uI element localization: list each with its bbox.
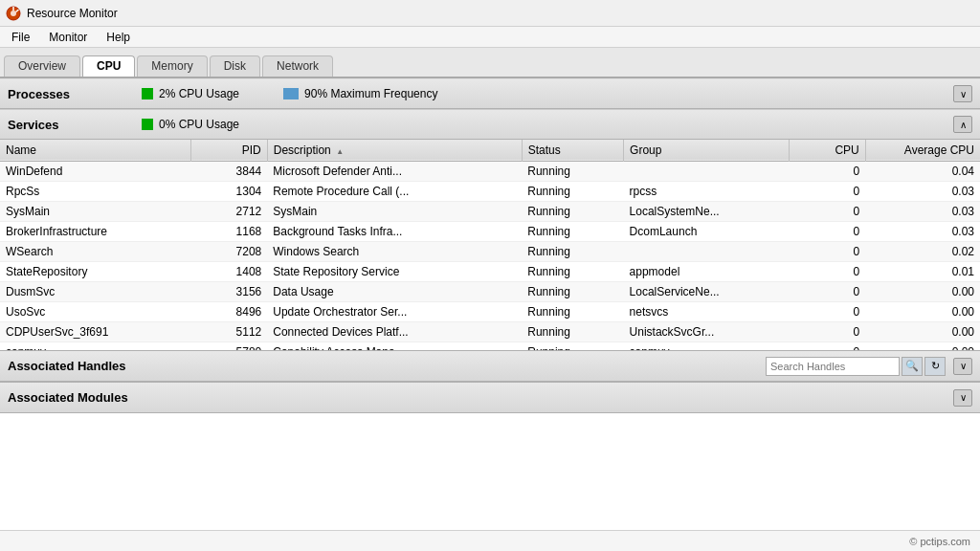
table-row[interactable]: UsoSvc 8496 Update Orchestrator Ser... R… [0,301,980,321]
table-row[interactable]: CDPUserSvc_3f691 5112 Connected Devices … [0,321,980,342]
processes-section-header[interactable]: Processes 2% CPU Usage 90% Maximum Frequ… [0,78,980,109]
cell-cpu: 0 [789,181,865,201]
footer-text: © pctips.com [909,536,970,547]
menu-help[interactable]: Help [99,30,138,45]
table-row[interactable]: StateRepository 1408 State Repository Se… [0,261,980,281]
services-section-header[interactable]: Services 0% CPU Usage ∧ [0,109,980,140]
cell-cpu: 0 [789,201,865,221]
cell-description: SysMain [267,201,522,221]
cell-avgcpu: 0.03 [865,201,980,221]
cell-cpu: 0 [789,301,865,321]
table-row[interactable]: capmuv 5780 Capability Access Mana... Ru… [0,342,980,350]
table-header-row: Name PID Description ▲ Status Group CPU … [0,140,980,161]
cell-cpu: 0 [789,221,865,241]
col-header-cpu[interactable]: CPU [789,140,865,161]
cell-pid: 7208 [190,241,267,261]
cell-cpu: 0 [789,241,865,261]
col-header-avgcpu[interactable]: Average CPU [865,140,980,161]
menu-monitor[interactable]: Monitor [41,30,95,45]
associated-modules-title: Associated Modules [8,390,142,405]
title-bar-text: Resource Monitor [27,7,118,20]
associated-modules-section: Associated Modules ∨ [0,382,980,413]
table-row[interactable]: RpcSs 1304 Remote Procedure Call (... Ru… [0,181,980,201]
processes-freq: 90% Maximum Frequency [304,87,437,100]
services-cpu-usage: 0% CPU Usage [159,118,239,131]
cell-pid: 3156 [190,281,267,301]
table-row[interactable]: SysMain 2712 SysMain Running LocalSystem… [0,201,980,221]
table-row[interactable]: WinDefend 3844 Microsoft Defender Anti..… [0,161,980,181]
search-handles-group: 🔍 ↻ [766,357,946,376]
cell-name: UsoSvc [0,301,190,321]
services-table: Name PID Description ▲ Status Group CPU … [0,140,980,350]
col-header-group[interactable]: Group [624,140,790,161]
cell-pid: 3844 [190,161,267,181]
cell-pid: 2712 [190,201,267,221]
cell-description: Background Tasks Infra... [267,221,522,241]
cell-description: Data Usage [267,281,522,301]
cell-cpu: 0 [789,321,865,342]
cell-name: CDPUserSvc_3f691 [0,321,190,342]
cell-group: LocalSystemNe... [624,201,790,221]
refresh-handles-button[interactable]: ↻ [924,357,946,376]
cell-name: WSearch [0,241,190,261]
modules-collapse-btn[interactable]: ∨ [953,389,972,407]
cell-pid: 5112 [190,321,267,342]
processes-freq-indicator [283,88,299,99]
table-row[interactable]: BrokerInfrastructure 1168 Background Tas… [0,221,980,241]
cell-group [624,241,790,261]
table-row[interactable]: DusmSvc 3156 Data Usage Running LocalSer… [0,281,980,301]
cell-status: Running [522,221,623,241]
search-handles-button[interactable]: 🔍 [902,357,923,376]
cell-pid: 5780 [190,342,267,350]
col-header-name[interactable]: Name [0,140,190,161]
col-header-pid[interactable]: PID [190,140,267,161]
services-controls: ∧ [953,116,972,133]
cell-name: StateRepository [0,261,190,281]
cell-cpu: 0 [789,281,865,301]
app-icon [6,6,21,21]
services-cpu-indicator [142,119,153,130]
cell-group: rpcss [624,181,790,201]
tab-cpu[interactable]: CPU [82,55,135,77]
cell-status: Running [522,321,623,342]
associated-modules-header[interactable]: Associated Modules ∨ [0,383,980,413]
services-tbody: WinDefend 3844 Microsoft Defender Anti..… [0,161,980,350]
cell-name: DusmSvc [0,281,190,301]
cell-status: Running [522,342,623,350]
associated-handles-header[interactable]: Associated Handles 🔍 ↻ ∨ [0,351,980,382]
cell-cpu: 0 [789,342,865,350]
menu-file[interactable]: File [4,30,37,45]
cell-description: Capability Access Mana... [267,342,522,350]
tab-network[interactable]: Network [262,55,333,77]
cell-avgcpu: 0.00 [865,301,980,321]
col-header-status[interactable]: Status [522,140,623,161]
cell-cpu: 0 [789,261,865,281]
cell-group: appmodel [624,261,790,281]
processes-cpu-indicator [142,88,153,99]
cell-group: LocalServiceNe... [624,281,790,301]
processes-collapse-btn[interactable]: ∨ [953,85,972,102]
tab-overview[interactable]: Overview [4,55,80,77]
cell-avgcpu: 0.00 [865,281,980,301]
tab-disk[interactable]: Disk [210,55,260,77]
associated-handles-section: Associated Handles 🔍 ↻ ∨ [0,350,980,382]
menu-bar: File Monitor Help [0,27,980,48]
services-table-container[interactable]: Name PID Description ▲ Status Group CPU … [0,140,980,350]
cell-group: DcomLaunch [624,221,790,241]
processes-controls: ∨ [953,85,972,102]
cell-status: Running [522,301,623,321]
handles-collapse-btn[interactable]: ∨ [953,358,972,375]
tab-bar: Overview CPU Memory Disk Network [0,48,980,78]
cell-pid: 1168 [190,221,267,241]
cell-avgcpu: 0.03 [865,221,980,241]
cell-pid: 1304 [190,181,267,201]
search-handles-input[interactable] [766,357,900,376]
col-header-description[interactable]: Description ▲ [267,140,522,161]
tab-memory[interactable]: Memory [137,55,207,77]
cell-description: Connected Devices Platf... [267,321,522,342]
cell-name: WinDefend [0,161,190,181]
cell-pid: 1408 [190,261,267,281]
services-collapse-btn[interactable]: ∧ [953,116,972,133]
cell-group [624,161,790,181]
table-row[interactable]: WSearch 7208 Windows Search Running 0 0.… [0,241,980,261]
